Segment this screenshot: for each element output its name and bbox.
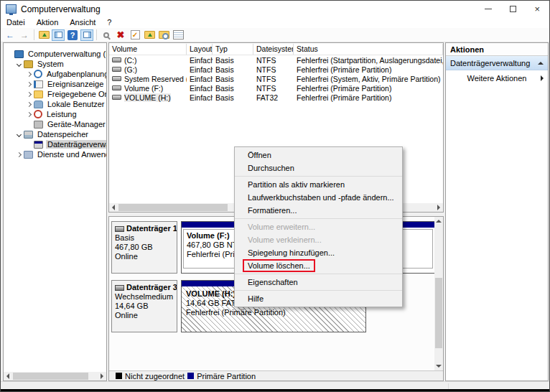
column-status[interactable]: Status bbox=[294, 44, 443, 55]
chevron-right-icon[interactable] bbox=[25, 103, 32, 106]
tree-item-freigegebene-ordner[interactable]: Freigegebene Ordner bbox=[4, 89, 106, 99]
chevron-right-icon[interactable] bbox=[15, 153, 22, 157]
minimize-icon bbox=[485, 9, 492, 9]
actions-section-disk-management[interactable]: Datenträgerverwaltung bbox=[446, 56, 548, 70]
chevron-right-icon[interactable] bbox=[25, 113, 32, 116]
menu-item-volume-loeschen[interactable]: Volume löschen... bbox=[235, 259, 402, 272]
scroll-up-icon[interactable] bbox=[434, 217, 443, 225]
disk-3-label[interactable]: Datenträger 3 Wechselmedium 14,64 GB Onl… bbox=[111, 280, 177, 332]
graph-vertical-scrollbar[interactable] bbox=[434, 217, 443, 370]
column-dateisystem[interactable]: Dateisystem bbox=[253, 44, 294, 55]
scrollbar-thumb[interactable] bbox=[435, 278, 442, 348]
tree-item-datentraegerverwaltung[interactable]: Datenträgerverwaltung bbox=[4, 139, 106, 149]
system-icon bbox=[24, 60, 33, 68]
menu-separator bbox=[235, 218, 402, 219]
chevron-down-icon[interactable] bbox=[15, 62, 22, 66]
tree-item-ereignisanzeige[interactable]: Ereignisanzeige bbox=[4, 79, 106, 89]
menu-datei[interactable]: Datei bbox=[1, 17, 31, 28]
tree-item-system[interactable]: System bbox=[4, 59, 106, 69]
delete-icon[interactable]: ✖ bbox=[114, 29, 127, 41]
minimize-button[interactable] bbox=[476, 1, 500, 17]
volume-list-header: Volume Layout Typ Dateisystem Status bbox=[109, 43, 443, 55]
red-annotation-box: Volume löschen... bbox=[243, 259, 315, 272]
tree-item-datenspeicher[interactable]: Datenspeicher bbox=[4, 129, 106, 139]
menu-item-volume-verkleinern: Volume verkleinern... bbox=[235, 233, 402, 246]
open-folder-icon[interactable] bbox=[143, 29, 156, 41]
scrollbar-thumb[interactable] bbox=[118, 204, 228, 211]
back-icon[interactable]: ← bbox=[4, 29, 17, 41]
scroll-right-icon[interactable] bbox=[98, 372, 106, 381]
menu-item-oeffnen[interactable]: Öffnen bbox=[235, 149, 402, 162]
drive-icon bbox=[112, 57, 121, 62]
drive-icon bbox=[112, 67, 121, 72]
menu-item-formatieren[interactable]: Formatieren... bbox=[235, 204, 402, 217]
scroll-left-icon[interactable] bbox=[4, 372, 12, 381]
computer-icon bbox=[14, 50, 24, 58]
volume-row-f[interactable]: Volume (F:) Einfach Basis NTFS Fehlerfre… bbox=[109, 83, 443, 93]
chevron-right-icon[interactable] bbox=[25, 93, 32, 96]
collapse-icon[interactable] bbox=[538, 62, 544, 65]
disk-icon bbox=[115, 285, 124, 291]
volume-row-h[interactable]: VOLUME (H:) Einfach Basis FAT32 Fehlerfr… bbox=[109, 93, 443, 102]
menu-item-volume-erweitern: Volume erweitern... bbox=[235, 220, 402, 233]
menu-help[interactable]: ? bbox=[101, 17, 117, 28]
storage-icon bbox=[24, 131, 33, 139]
up-level-icon[interactable] bbox=[37, 29, 50, 41]
performance-icon bbox=[34, 110, 42, 118]
show-action-pane-icon[interactable] bbox=[80, 29, 93, 41]
task-scheduler-icon bbox=[34, 70, 42, 78]
context-menu: Öffnen Durchsuchen Partition als aktiv m… bbox=[234, 146, 403, 307]
tree-item-leistung[interactable]: Leistung bbox=[4, 109, 106, 119]
volume-row-c[interactable]: (C:) Einfach Basis NTFS Fehlerfrei (Star… bbox=[109, 55, 443, 65]
device-manager-icon bbox=[34, 121, 43, 129]
column-volume[interactable]: Volume bbox=[109, 44, 187, 55]
show-console-tree-icon[interactable] bbox=[52, 29, 65, 41]
menu-item-partition-aktiv[interactable]: Partition als aktiv markieren bbox=[235, 178, 402, 191]
scroll-down-icon[interactable] bbox=[434, 362, 443, 370]
tree-item-geraete-manager[interactable]: Geräte-Manager bbox=[4, 119, 106, 129]
maximize-button[interactable] bbox=[500, 1, 525, 17]
disk-1-label[interactable]: Datenträger 1 Basis 467,80 GB Online bbox=[111, 221, 177, 274]
scrollbar-thumb[interactable] bbox=[13, 373, 88, 380]
primary-partition-label: Primäre Partition bbox=[197, 372, 256, 381]
menubar: Datei Aktion Ansicht ? bbox=[1, 17, 549, 28]
scroll-left-icon[interactable] bbox=[109, 203, 118, 212]
computer-management-window: Computerverwaltung × Datei Aktion Ansich… bbox=[0, 0, 550, 392]
volume-row-system-reserved[interactable]: System Reserved (D:) Einfach Basis NTFS … bbox=[109, 74, 443, 83]
column-layout[interactable]: Layout bbox=[187, 44, 213, 55]
menu-item-durchsuchen[interactable]: Durchsuchen bbox=[235, 162, 402, 174]
tree-horizontal-scrollbar[interactable] bbox=[4, 372, 106, 381]
drive-icon bbox=[112, 95, 121, 100]
chevron-right-icon[interactable] bbox=[25, 73, 32, 76]
menu-aktion[interactable]: Aktion bbox=[31, 17, 65, 28]
app-icon bbox=[6, 4, 17, 14]
volume-row-g[interactable]: (G:) Einfach Basis NTFS Fehlerfrei (Prim… bbox=[109, 65, 443, 74]
chevron-down-icon[interactable] bbox=[15, 133, 22, 136]
chevron-right-icon[interactable] bbox=[25, 83, 32, 86]
disk-icon bbox=[115, 226, 124, 232]
menu-item-spiegelung[interactable]: Spiegelung hinzufügen... bbox=[235, 246, 402, 259]
unallocated-swatch bbox=[116, 373, 122, 379]
menu-item-laufwerkbuchstaben[interactable]: Laufwerkbuchstaben und -pfade ändern... bbox=[235, 191, 402, 204]
close-button[interactable]: × bbox=[525, 1, 549, 17]
window-title: Computerverwaltung bbox=[21, 4, 101, 14]
help-icon[interactable]: ? bbox=[66, 29, 79, 41]
scroll-right-icon[interactable] bbox=[434, 203, 443, 212]
menu-item-hilfe[interactable]: Hilfe bbox=[235, 292, 402, 305]
menu-ansicht[interactable]: Ansicht bbox=[64, 17, 101, 28]
explore-folder-icon[interactable] bbox=[157, 29, 170, 41]
tree-item-computerverwaltung[interactable]: Computerverwaltung (Lokal) bbox=[4, 49, 106, 59]
menu-item-eigenschaften[interactable]: Eigenschaften bbox=[235, 276, 402, 289]
inspect-icon[interactable] bbox=[100, 29, 113, 41]
tree-item-aufgabenplanung[interactable]: Aufgabenplanung bbox=[4, 69, 106, 79]
forward-icon[interactable]: → bbox=[18, 29, 31, 41]
tree-item-lokale-benutzer[interactable]: Lokale Benutzer und Gr bbox=[4, 99, 106, 109]
column-typ[interactable]: Typ bbox=[213, 44, 253, 55]
event-viewer-icon bbox=[34, 80, 43, 88]
details-view-icon[interactable] bbox=[172, 29, 185, 41]
properties-icon[interactable]: ✓ bbox=[129, 29, 141, 41]
tree-item-dienste[interactable]: Dienste und Anwendungen bbox=[4, 149, 106, 159]
primary-partition-swatch bbox=[187, 373, 194, 379]
maximize-icon bbox=[510, 6, 516, 12]
more-actions-item[interactable]: Weitere Aktionen bbox=[446, 70, 548, 86]
